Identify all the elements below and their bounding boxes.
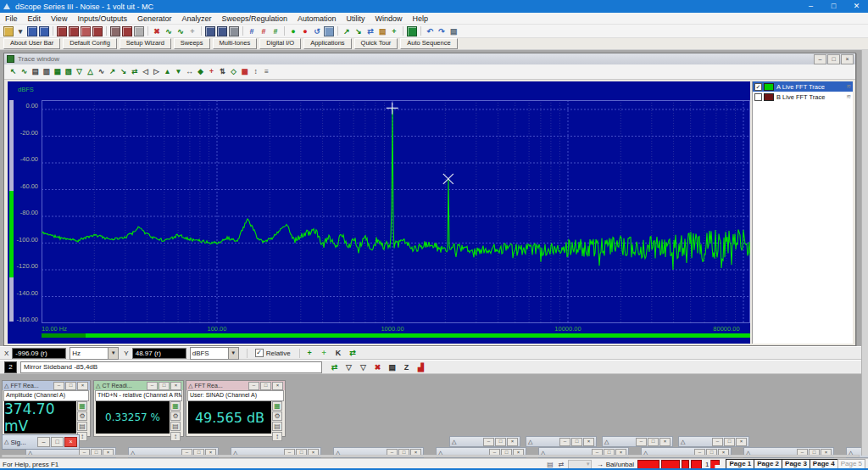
menu-analyzer[interactable]: Analyzer [176,14,216,23]
toolbar-icon[interactable]: + [207,67,216,76]
toolbar-icon[interactable]: ⇅ [218,67,227,76]
toolbar-icon[interactable]: ● [300,26,310,36]
toolbar-icon[interactable]: + [304,348,315,358]
toolbar-icon[interactable]: ⇄ [130,67,139,76]
toolbar-icon[interactable]: ▲ [163,67,172,76]
marker-text-field[interactable]: Mirror Sideband -85,4dB [20,361,322,373]
legend-scale-icon[interactable]: ≋ [846,83,851,90]
minimize-icon[interactable]: – [53,382,64,390]
minimized-window-bar[interactable]: △–□× [678,436,749,447]
toolbar-icon[interactable]: ↖ [8,67,18,76]
toolbar-icon[interactable]: Z [401,362,412,372]
close-icon[interactable]: × [736,438,747,446]
toolbar-icon[interactable]: ↗ [108,67,117,76]
menu-window[interactable]: Window [370,14,408,23]
readout-tool-icon[interactable]: ▦ [272,401,282,411]
cursor-x-unit-select[interactable]: Hz ▼ [70,347,119,360]
readout-tool-icon[interactable]: ▦ [170,401,181,411]
toolbar-icon[interactable] [217,26,227,36]
close-icon[interactable]: × [77,382,88,390]
menu-inputs-outputs[interactable]: Inputs/Outputs [72,14,132,23]
toolbar-icon[interactable]: ◁ [141,67,150,76]
quick-tour-button[interactable]: Quick Tour [354,38,398,49]
readout-window-3[interactable]: △FFT Rea...–□×User: SINAD (Channel A)49.… [186,380,286,437]
toolbar-icon[interactable]: ▦ [53,67,62,76]
minimize-icon[interactable]: – [248,382,259,390]
toolbar-icon[interactable]: ▤ [387,362,398,372]
readout-tool-icon[interactable]: ▦ [77,401,87,411]
multi-tones-button[interactable]: Multi-tones [213,38,258,49]
maximize-icon[interactable]: □ [822,0,845,13]
toolbar-icon[interactable]: ▼ [174,67,183,76]
toolbar-icon[interactable] [27,26,37,36]
toolbar-icon[interactable]: # [247,26,257,36]
maximize-icon[interactable]: □ [65,382,76,390]
maximize-icon[interactable]: □ [495,438,506,446]
legend-checkbox[interactable]: ✓ [754,83,762,91]
toolbar-icon[interactable] [134,26,144,36]
readout-tool-icon[interactable]: ↕ [272,432,282,441]
menu-file[interactable]: File [0,14,23,23]
menu-view[interactable]: View [46,14,72,23]
toolbar-icon[interactable]: ▥ [42,67,51,76]
vertical-range-bar[interactable] [9,100,14,322]
toolbar-icon[interactable] [122,26,132,36]
toolbar-icon[interactable]: # [270,26,281,36]
page-tab-page-5[interactable]: Page 5 [837,459,865,470]
toolbar-icon[interactable]: # [259,26,269,36]
toolbar-icon[interactable]: ∿ [19,67,29,76]
cursor-x-value[interactable]: -996.09 (r) [12,348,66,359]
readout-tool-icon[interactable]: ▤ [77,422,87,431]
toolbar-icon[interactable]: ✖ [372,362,383,372]
toolbar-icon[interactable]: ▽ [343,362,354,372]
toolbar-icon[interactable]: ● [288,26,298,36]
readout-tool-icon[interactable]: ↕ [170,432,181,441]
restore-icon[interactable]: – [636,438,647,446]
relative-checkbox[interactable]: ✓ [255,349,264,357]
toolbar-icon[interactable] [3,26,14,36]
toolbar-icon[interactable] [92,26,103,36]
toolbar-icon[interactable] [205,26,215,36]
close-icon[interactable]: × [272,382,283,390]
chevron-down-icon[interactable]: ▼ [108,348,118,359]
close-icon[interactable]: × [583,438,594,446]
toolbar-icon[interactable]: ▷ [152,67,161,76]
page-tab-page-3[interactable]: Page 3 [782,459,810,470]
minimize-icon[interactable]: – [147,382,158,390]
swap-icon[interactable]: ⇄ [557,461,566,469]
restore-icon[interactable]: – [712,438,723,446]
toolbar-icon[interactable]: ↔ [185,67,194,76]
maximize-icon[interactable]: □ [51,437,64,447]
maximize-icon[interactable]: □ [260,382,271,390]
applications-button[interactable]: Applications [303,38,351,49]
mdi-vertical-scrollbar[interactable] [861,50,868,456]
toolbar-icon[interactable] [81,26,91,36]
toolbar-icon[interactable]: ⇄ [329,362,340,372]
toolbar-icon[interactable]: ◇ [229,67,238,76]
menu-sweeps-regulation[interactable]: Sweeps/Regulation [216,14,292,23]
toolbar-icon[interactable]: + [389,26,399,36]
close-icon[interactable]: × [64,437,77,447]
toolbar-icon[interactable]: + [187,26,198,36]
toolbar-icon[interactable] [69,26,79,36]
toolbar-icon[interactable] [229,26,239,36]
auto-sequence-button[interactable]: Auto Sequence [400,38,457,49]
digital-i-o-button[interactable]: Digital I/O [259,38,301,49]
menu-edit[interactable]: Edit [23,14,47,23]
cursor-y-value[interactable]: 48.97 (r) [132,348,186,359]
toolbar-icon[interactable]: ▾ [15,26,25,36]
sweeps-button[interactable]: Sweeps [174,38,210,49]
signal-window-minimized[interactable]: △ Sig... – □ × [2,434,80,450]
setup-wizard-button[interactable]: Setup Wizard [120,38,171,49]
restore-icon[interactable]: – [559,438,570,446]
readout-titlebar[interactable]: △FFT Rea...–□× [3,381,90,390]
minimize-icon[interactable]: – [799,0,822,13]
readout-tool-icon[interactable]: ⚙ [272,411,282,421]
printer-icon[interactable]: ▤ [546,461,555,469]
page-tab-page-4[interactable]: Page 4 [810,459,838,470]
fft-trace-chart[interactable] [42,100,750,323]
toolbar-icon[interactable]: + [319,348,330,358]
mdi-horizontal-scrollbar[interactable] [2,455,860,457]
statusbar-dropdown[interactable]: ▼ [568,460,592,470]
legend-row-b[interactable]: B Live FFT Trace≋ [753,92,853,102]
